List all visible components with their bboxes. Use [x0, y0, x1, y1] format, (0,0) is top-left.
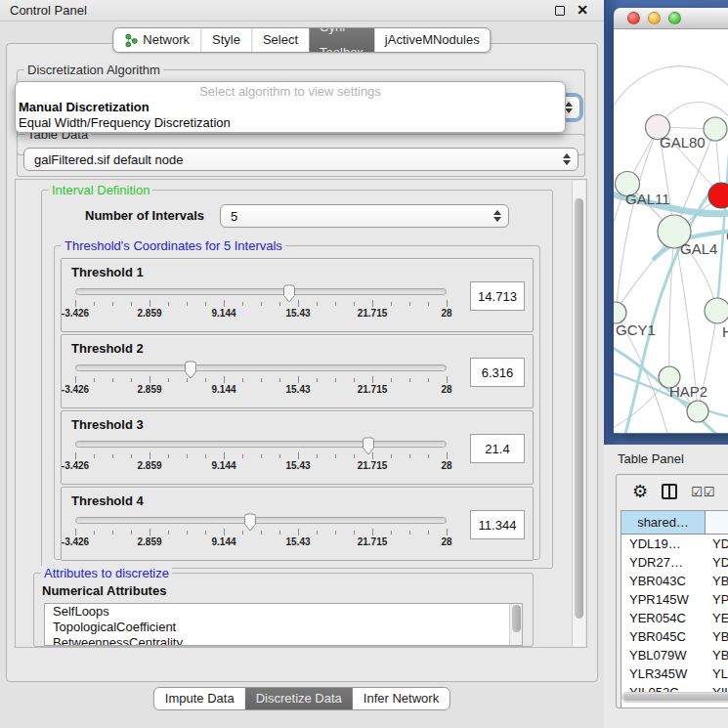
interval-definition-group: Interval Definition Number of Intervals … [41, 190, 553, 569]
threshold-panel: Threshold 4 -3.4262.8599.14415.4321.7152… [61, 487, 534, 561]
slider-track[interactable] [75, 364, 447, 371]
table-horizontal-scrollbar[interactable] [621, 692, 728, 703]
slider-tick-labels: -3.4262.8599.14415.4321.71528 [75, 384, 447, 396]
network-window-titlebar [614, 8, 728, 29]
slider-track[interactable] [75, 517, 447, 524]
cell-shared-name: YDR27… [621, 553, 706, 572]
number-of-intervals-combobox[interactable]: 5 [220, 204, 509, 228]
tab-impute-data[interactable]: Impute Data [154, 688, 245, 709]
tab-select[interactable]: Select [251, 28, 309, 52]
table-data-combobox[interactable]: galFiltered.sif default node [23, 148, 578, 171]
scrollbar-thumb[interactable] [575, 198, 583, 619]
tab-infer-network[interactable]: Infer Network [353, 688, 450, 709]
table-row[interactable]: YLR345W YLR3 [621, 664, 728, 683]
close-traffic-light-icon[interactable] [627, 12, 640, 24]
minimize-traffic-light-icon[interactable] [648, 12, 661, 24]
table-row[interactable]: YBR045C YBR0 [621, 627, 728, 646]
group-title: Discretization Algorithm [24, 63, 163, 77]
popup-item-manual-discretization[interactable]: Manual Discretization [16, 100, 565, 115]
scrollbar-thumb[interactable] [512, 605, 521, 632]
slider-track[interactable] [75, 441, 447, 448]
network-graph: GAL80 G. GAL11 C GAL4 GCY1 H HAP2 [614, 29, 728, 433]
tab-cyni-toolbox[interactable]: Cyni Toolbox [309, 28, 374, 52]
table-panel: Table Panel ⚙ ☑☑ shared… n YDL19… YDL1 Y… [604, 445, 728, 728]
control-panel-titlebar: Control Panel ✕ [0, 0, 604, 21]
slider-tick-labels: -3.4262.8599.14415.4321.71528 [75, 308, 447, 320]
threshold-slider[interactable]: -3.4262.8599.14415.4321.71528 [62, 510, 460, 553]
threshold-panel: Threshold 2 -3.4262.8599.14415.4321.7152… [61, 334, 534, 408]
scrollbar-thumb[interactable] [623, 694, 728, 701]
node-top-right [704, 117, 727, 141]
close-icon[interactable]: ✕ [577, 2, 588, 18]
combo-stepper [493, 210, 501, 222]
table-row[interactable]: YDL19… YDL1 [621, 535, 728, 553]
threshold-slider[interactable]: -3.4262.8599.14415.4321.71528 [62, 358, 460, 401]
column-header-name[interactable]: n [706, 511, 728, 534]
table-data-selected: galFiltered.sif default node [34, 152, 183, 167]
number-of-intervals-label: Number of Intervals [85, 208, 204, 223]
node-label-gal11: GAL11 [625, 191, 670, 207]
list-item[interactable]: TopologicalCoefficient [45, 620, 522, 635]
slider-track[interactable] [75, 288, 447, 295]
threshold-label: Threshold 4 [62, 488, 533, 508]
table-row[interactable]: YBL079W YBL0 [621, 646, 728, 664]
table-data-group: Table Data galFiltered.sif default node [17, 134, 585, 177]
table-panel-inner: ⚙ ☑☑ shared… n YDL19… YDL1 YDR27… YDR2 Y… [616, 474, 728, 708]
float-window-icon[interactable] [555, 6, 565, 16]
table-row[interactable]: YPR145W YPR1 [621, 590, 728, 609]
tab-label: Select [263, 27, 298, 53]
attr-items: SelfLoopsTopologicalCoefficientBetweenne… [45, 604, 522, 646]
threshold-panel: Threshold 3 -3.4262.8599.14415.4321.7152… [61, 410, 534, 485]
column-header-shared[interactable]: shared… [621, 511, 706, 534]
threshold-value-field[interactable]: 11.344 [470, 510, 525, 539]
tab-network[interactable]: Network [113, 28, 200, 52]
checkbox-icons[interactable]: ☑☑ [691, 485, 715, 499]
slider-ticks [75, 528, 447, 535]
slider-tick-labels: -3.4262.8599.14415.4321.71528 [75, 536, 447, 548]
number-of-intervals-value: 5 [231, 209, 237, 224]
popup-item-equal-width-frequency[interactable]: Equal Width/Frequency Discretization [16, 115, 565, 131]
combo-stepper [565, 102, 573, 113]
algorithm-dropdown-popup: Select algorithm to view settings Manual… [15, 81, 566, 133]
table-row[interactable]: YBR043C YBR0 [621, 572, 728, 590]
threshold-label: Threshold 1 [62, 259, 533, 279]
attributes-group: Attributes to discretize Numerical Attri… [33, 573, 534, 647]
table-header-row: shared… n [621, 511, 728, 535]
table-body: YDL19… YDL1 YDR27… YDR2 YBR043C YBR0 YPR… [621, 535, 728, 707]
attributes-scrollbar[interactable] [509, 604, 522, 645]
list-item[interactable]: SelfLoops [45, 604, 522, 620]
settings-scroll-panel: Interval Definition Number of Intervals … [15, 179, 587, 648]
columns-icon[interactable] [662, 484, 677, 499]
popup-hint: Select algorithm to view settings [16, 84, 565, 100]
tab-style[interactable]: Style [200, 28, 251, 52]
threshold-value-field[interactable]: 6.316 [470, 358, 525, 387]
tab-label: Style [212, 27, 240, 53]
table-row[interactable]: YDR27… YDR2 [621, 553, 728, 572]
threshold-value-field[interactable]: 14.713 [470, 281, 525, 311]
group-title: Attributes to discretize [41, 566, 172, 580]
gear-icon[interactable]: ⚙ [632, 483, 648, 500]
table-row[interactable]: YER054C YER0 [621, 609, 728, 627]
group-title: Threshold's Coordinates for 5 Intervals [62, 238, 285, 253]
threshold-slider[interactable]: -3.4262.8599.14415.4321.71528 [62, 281, 460, 324]
threshold-value-field[interactable]: 21.4 [470, 434, 525, 463]
zoom-traffic-light-icon[interactable] [668, 12, 681, 24]
tab-discretize-data[interactable]: Discretize Data [245, 688, 353, 709]
tab-label: Infer Network [364, 687, 439, 710]
list-item[interactable]: BetweennessCentrality [45, 635, 522, 646]
cell-name: YBR0 [706, 572, 728, 590]
tab-jactivemnodules[interactable]: jActiveMNodules [374, 28, 491, 52]
node-gcy1 [614, 302, 626, 323]
cell-name: YBL0 [706, 646, 728, 664]
settings-scrollbar[interactable] [572, 181, 585, 648]
cell-name: YLR3 [706, 664, 728, 683]
table-panel-title: Table Panel [618, 451, 684, 466]
numerical-attributes-list[interactable]: SelfLoopsTopologicalCoefficientBetweenne… [44, 603, 523, 646]
threshold-slider[interactable]: -3.4262.8599.14415.4321.71528 [62, 434, 460, 477]
slider-ticks [75, 299, 447, 307]
node-red-selected [708, 183, 728, 208]
cell-name: YDL1 [706, 535, 728, 553]
cell-shared-name: YBL079W [621, 646, 706, 664]
slider-ticks [75, 451, 447, 459]
network-canvas[interactable]: GAL80 G. GAL11 C GAL4 GCY1 H HAP2 [614, 29, 728, 433]
